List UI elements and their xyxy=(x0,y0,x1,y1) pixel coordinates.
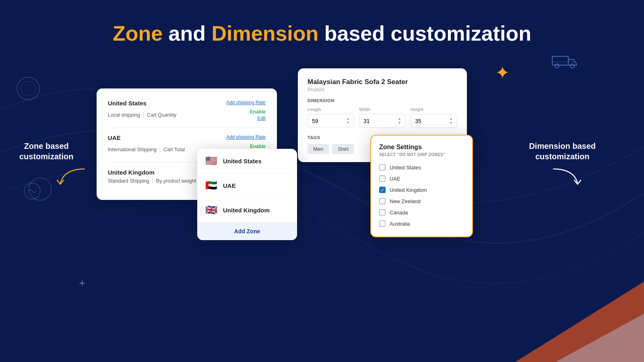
method-us: Local shipping xyxy=(108,112,140,118)
width-input[interactable]: 31 ▲ ▼ xyxy=(359,114,406,128)
enable-uae[interactable]: Enable xyxy=(250,144,266,149)
width-spinners[interactable]: ▲ ▼ xyxy=(398,117,401,125)
add-zone-button[interactable]: Add Zone xyxy=(197,222,297,240)
dropdown-item-us[interactable]: 🇺🇸 United States xyxy=(197,149,297,173)
zone-dropdown-card: 🇺🇸 United States 🇦🇪 UAE 🇬🇧 United Kingdo… xyxy=(197,149,297,240)
zone-settings-title: Zone Settings xyxy=(379,144,464,151)
checkbox-label-au: Australia xyxy=(390,221,410,227)
flag-uk-icon: 🇬🇧 xyxy=(205,204,217,216)
condition-uk: By product weight xyxy=(156,178,196,184)
checkbox-row-ca[interactable]: Canada xyxy=(379,207,464,218)
dropdown-item-uk[interactable]: 🇬🇧 United Kingdom xyxy=(197,198,297,222)
width-value: 31 xyxy=(363,118,370,124)
tag-men[interactable]: Men xyxy=(308,144,329,154)
height-field: Height 35 ▲ ▼ xyxy=(411,107,457,128)
dropdown-uae-label: UAE xyxy=(223,182,236,189)
separator xyxy=(153,178,153,184)
dropdown-item-uae[interactable]: 🇦🇪 UAE xyxy=(197,173,297,198)
separator xyxy=(160,147,160,152)
height-label: Height xyxy=(411,107,457,112)
checkbox-label-ca: Canada xyxy=(390,210,408,216)
width-up-icon[interactable]: ▲ xyxy=(398,117,401,121)
svg-point-7 xyxy=(570,64,574,68)
checkbox-nz[interactable] xyxy=(379,198,386,204)
checkbox-label-uae: UAE xyxy=(390,176,400,182)
dimension-label: DIMENSION xyxy=(308,98,457,103)
length-spinners[interactable]: ▲ ▼ xyxy=(346,117,350,125)
checkbox-ca[interactable] xyxy=(379,209,386,216)
plus-decoration: + xyxy=(79,277,85,290)
width-field: Width 31 ▲ ▼ xyxy=(359,107,406,128)
length-up-icon[interactable]: ▲ xyxy=(346,117,350,121)
dimension-fields: Length 59 ▲ ▼ Width 31 ▲ ▼ xyxy=(308,107,457,128)
dimension-based-label: Dimension basedcustomization xyxy=(529,141,596,162)
separator xyxy=(143,112,144,118)
dropdown-us-label: United States xyxy=(223,158,262,165)
star-decoration: ✦ xyxy=(495,62,510,83)
condition-us: Cart Quantity xyxy=(147,112,177,118)
condition-uae: Cart Total xyxy=(163,147,185,152)
height-up-icon[interactable]: ▲ xyxy=(449,117,453,121)
zone-name-uk: United Kingdom xyxy=(108,169,155,176)
height-down-icon[interactable]: ▼ xyxy=(449,121,453,125)
zone-row-us: United States Add shipping Rate Local sh… xyxy=(108,100,266,128)
enable-us[interactable]: Enable xyxy=(250,109,266,115)
length-down-icon[interactable]: ▼ xyxy=(346,121,350,125)
product-title: Malaysian Fabric Sofa 2 Seater xyxy=(308,78,457,86)
length-label: Length xyxy=(308,107,354,112)
add-rate-uae[interactable]: Add shipping Rate xyxy=(226,134,266,140)
checkbox-au[interactable] xyxy=(379,220,386,227)
tag-shirt[interactable]: Shirt xyxy=(332,144,354,154)
checkbox-uae[interactable] xyxy=(379,175,386,182)
length-input[interactable]: 59 ▲ ▼ xyxy=(308,114,354,128)
length-value: 59 xyxy=(312,118,318,124)
zone-settings-card: Zone Settings SELECT "DO NOT SHIP ZONES"… xyxy=(370,135,473,237)
page-title: Zone and Dimension based customization xyxy=(0,0,644,45)
flag-us-icon: 🇺🇸 xyxy=(205,155,217,167)
zone-settings-sublabel: SELECT "DO NOT SHIP ZONES" xyxy=(379,152,464,157)
flag-uae-icon: 🇦🇪 xyxy=(205,180,217,191)
width-down-icon[interactable]: ▼ xyxy=(398,121,401,125)
package-icon xyxy=(22,181,42,203)
height-value: 35 xyxy=(415,118,421,124)
add-rate-us[interactable]: Add shipping Rate xyxy=(226,100,266,105)
height-spinners[interactable]: ▲ ▼ xyxy=(449,117,453,125)
checkbox-label-nz: New Zeeland xyxy=(390,198,421,204)
checkbox-label-uk: United Kingdom xyxy=(390,187,427,193)
product-subtitle: Product xyxy=(308,87,457,93)
height-input[interactable]: 35 ▲ ▼ xyxy=(411,114,457,128)
checkbox-row-us[interactable]: United States xyxy=(379,162,464,173)
svg-point-6 xyxy=(555,64,559,68)
zone-name-us: United States xyxy=(108,100,147,107)
edit-us[interactable]: Edit xyxy=(257,115,266,121)
length-field: Length 59 ▲ ▼ xyxy=(308,107,354,128)
width-label: Width xyxy=(359,107,406,112)
truck-icon xyxy=(551,51,580,73)
arrow-left-icon xyxy=(52,165,89,191)
checkbox-uk[interactable] xyxy=(379,187,386,193)
checkbox-row-uk[interactable]: United Kingdom xyxy=(379,184,464,195)
zone-based-label: Zone basedcustomization xyxy=(19,141,73,162)
checkbox-row-uae[interactable]: UAE xyxy=(379,173,464,184)
dropdown-uk-label: United Kingdom xyxy=(223,207,270,214)
arrow-right-icon xyxy=(549,165,586,191)
zone-name-uae: UAE xyxy=(108,134,121,141)
checkbox-us[interactable] xyxy=(379,164,386,171)
method-uk: Standard Shipping xyxy=(108,178,149,184)
method-uae: International Shipping xyxy=(108,147,157,152)
svg-rect-5 xyxy=(552,56,568,65)
checkbox-label-us: United States xyxy=(390,165,421,171)
checkbox-row-nz[interactable]: New Zeeland xyxy=(379,195,464,207)
checkbox-row-au[interactable]: Australia xyxy=(379,218,464,229)
